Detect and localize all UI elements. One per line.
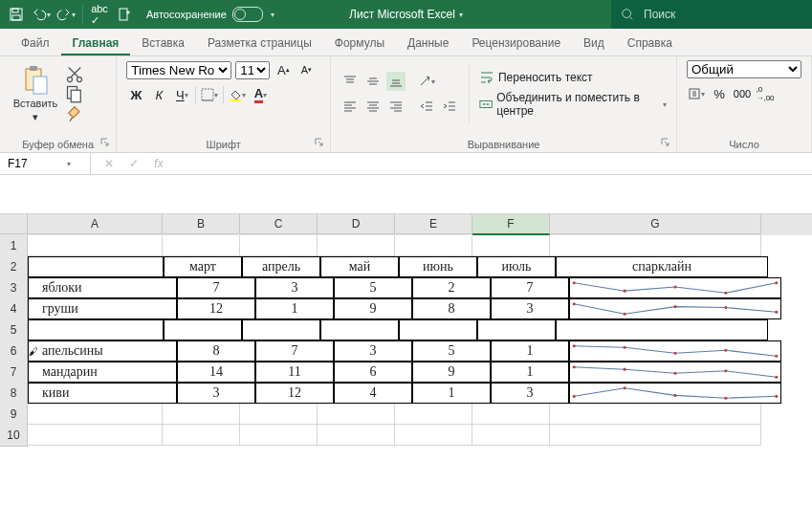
confirm-formula-icon[interactable]: ✓ [125, 157, 143, 170]
borders-icon[interactable]: ▾ [200, 85, 219, 104]
cell[interactable] [240, 425, 318, 446]
grow-font-icon[interactable]: A▴ [274, 60, 293, 79]
column-header[interactable]: A [28, 214, 163, 234]
tab-главная[interactable]: Главная [61, 31, 131, 55]
cell[interactable]: 🖌апельсины [28, 340, 177, 362]
cell[interactable] [472, 425, 550, 446]
fill-color-icon[interactable]: ▾ [228, 85, 247, 104]
column-header[interactable]: D [318, 214, 395, 234]
cell[interactable]: 7 [177, 277, 255, 298]
cell[interactable]: 7 [255, 340, 334, 362]
tab-файл[interactable]: Файл [10, 31, 61, 55]
save-icon[interactable] [6, 4, 27, 25]
cell[interactable]: 1 [491, 340, 569, 362]
align-center-icon[interactable] [363, 97, 383, 116]
cell[interactable]: 12 [177, 298, 255, 319]
cell[interactable] [240, 404, 318, 425]
accounting-format-icon[interactable]: ▾ [687, 84, 706, 103]
tab-вставка[interactable]: Вставка [130, 31, 196, 55]
undo-icon[interactable]: ▾ [31, 4, 52, 25]
cell[interactable]: 11 [255, 362, 334, 383]
row-header[interactable]: 5 [0, 319, 28, 341]
cell[interactable]: мандарин [28, 362, 177, 383]
cell[interactable]: июнь [399, 256, 477, 277]
cell[interactable]: 3 [334, 340, 412, 362]
row-header[interactable]: 6 [0, 340, 28, 362]
cell[interactable] [242, 319, 320, 340]
cell[interactable] [163, 404, 240, 425]
cell[interactable] [395, 235, 472, 256]
cell[interactable]: 3 [177, 383, 255, 404]
cell[interactable]: 8 [412, 298, 491, 319]
column-header[interactable]: B [163, 214, 240, 234]
tab-формулы[interactable]: Формулы [323, 31, 396, 55]
italic-button[interactable]: К [149, 85, 168, 104]
cell[interactable] [28, 425, 163, 446]
font-family-select[interactable]: Times New Roman [126, 61, 231, 79]
cell[interactable] [472, 404, 550, 425]
row-header[interactable]: 4 [0, 298, 28, 320]
cell[interactable] [163, 235, 240, 256]
formula-input-area[interactable] [0, 175, 812, 214]
row-header[interactable]: 3 [0, 277, 28, 299]
qat-more-icon[interactable]: ▾ [271, 11, 274, 19]
cell[interactable]: 5 [334, 277, 412, 298]
bold-button[interactable]: Ж [126, 85, 145, 104]
column-header[interactable]: E [395, 214, 472, 234]
cell[interactable]: киви [28, 383, 177, 404]
cancel-formula-icon[interactable]: ✕ [100, 157, 118, 170]
cell[interactable]: 3 [491, 383, 569, 404]
percent-icon[interactable]: % [710, 84, 729, 103]
sparkline-cell[interactable] [569, 340, 781, 362]
new-sheet-icon[interactable] [114, 4, 135, 25]
fx-icon[interactable]: fx [150, 157, 167, 170]
search-bar[interactable] [611, 0, 812, 29]
cell[interactable] [550, 235, 761, 256]
cell[interactable] [550, 425, 761, 446]
cell[interactable] [556, 319, 768, 340]
tab-вид[interactable]: Вид [572, 31, 616, 55]
select-all-corner[interactable] [0, 214, 28, 234]
cell[interactable] [318, 404, 395, 425]
row-header[interactable]: 2 [0, 256, 28, 278]
switch-icon[interactable] [232, 7, 263, 22]
cell[interactable] [28, 319, 164, 340]
increase-decimal-icon[interactable]: ,0→,00 [756, 84, 775, 103]
cell[interactable]: 14 [177, 362, 255, 383]
cell[interactable] [318, 235, 395, 256]
decrease-indent-icon[interactable] [417, 97, 436, 116]
cell[interactable] [550, 404, 761, 425]
cell[interactable]: 1 [412, 383, 491, 404]
number-format-select[interactable]: Общий [687, 60, 801, 78]
row-header[interactable]: 9 [0, 404, 28, 426]
font-size-select[interactable]: 11 [235, 61, 270, 79]
cell[interactable]: май [320, 256, 399, 277]
cell[interactable]: 4 [334, 383, 412, 404]
cell[interactable]: 6 [334, 362, 412, 383]
cell[interactable]: 7 [491, 277, 569, 298]
comma-style-icon[interactable]: 000 [733, 84, 752, 103]
cell[interactable]: 9 [334, 298, 412, 319]
cell[interactable] [320, 319, 399, 340]
cell[interactable] [164, 319, 242, 340]
search-input[interactable] [642, 7, 779, 22]
underline-button[interactable]: Ч ▾ [172, 85, 191, 104]
cell[interactable] [477, 319, 556, 340]
merge-center-button[interactable]: Объединить и поместить в центре ▾ [479, 91, 667, 118]
cell[interactable] [28, 235, 163, 256]
font-launcher-icon[interactable] [315, 137, 328, 150]
cell[interactable] [240, 235, 318, 256]
cell[interactable] [28, 256, 164, 277]
font-color-icon[interactable]: А▾ [251, 85, 270, 104]
align-right-icon[interactable] [386, 97, 406, 116]
spellcheck-icon[interactable]: abc✓ [89, 4, 110, 25]
cell[interactable]: 5 [412, 340, 491, 362]
tab-разметка страницы[interactable]: Разметка страницы [196, 31, 323, 55]
autosave-toggle[interactable]: Автосохранение [146, 7, 263, 22]
cell[interactable] [28, 404, 163, 425]
cell[interactable]: яблоки [28, 277, 177, 298]
row-header[interactable]: 8 [0, 383, 28, 405]
align-bottom-icon[interactable] [386, 72, 406, 91]
row-header[interactable]: 1 [0, 235, 28, 257]
cell[interactable]: груши [28, 298, 177, 319]
